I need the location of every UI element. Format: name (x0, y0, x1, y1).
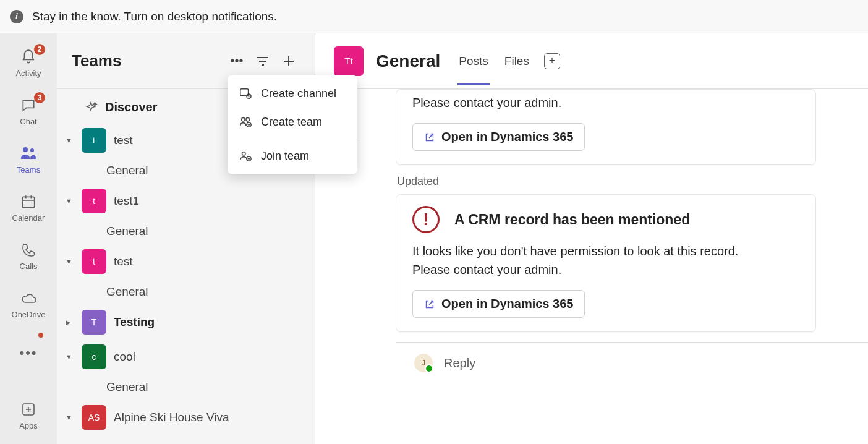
card-body-text: It looks like you don't have permission … (412, 242, 799, 279)
people-icon (20, 146, 37, 161)
plus-icon (283, 55, 295, 67)
create-team-icon (239, 115, 252, 129)
team-avatar: T (82, 310, 106, 335)
rail-teams[interactable]: Teams (0, 135, 57, 183)
message-card: ! A CRM record has been mentioned It loo… (396, 194, 816, 332)
teams-add-button[interactable] (278, 50, 300, 72)
add-dropdown-menu: Create channel Create team Join team (228, 75, 357, 174)
menu-create-channel[interactable]: Create channel (228, 79, 357, 108)
team-avatar: t (82, 249, 106, 274)
app-rail: 2 Activity 3 Chat Teams Calendar (0, 33, 57, 444)
plus-icon: + (549, 54, 556, 67)
notification-bar: i Stay in the know. Turn on desktop noti… (0, 0, 868, 33)
activity-badge: 2 (34, 44, 45, 55)
rail-more[interactable]: ••• (0, 330, 57, 378)
menu-join-team[interactable]: Join team (228, 142, 357, 170)
content-body: Please contact your admin. Open in Dynam… (315, 89, 868, 444)
channel-avatar: Tt (334, 46, 364, 76)
menu-separator (228, 139, 357, 139)
rail-chat[interactable]: 3 Chat (0, 87, 57, 135)
menu-join-team-label: Join team (261, 150, 309, 163)
team-name: cool (114, 350, 135, 364)
reply-avatar: J (414, 354, 433, 372)
channel-row[interactable]: General (62, 218, 310, 244)
calendar-icon (20, 194, 36, 210)
teams-more-button[interactable]: ••• (226, 50, 248, 72)
team-avatar: AS (82, 405, 106, 430)
apps-icon (21, 402, 36, 417)
team-name: Testing (114, 315, 155, 329)
channel-row[interactable]: General (62, 374, 310, 400)
chat-badge: 3 (34, 92, 45, 103)
chevron-right-icon: ▶ (66, 318, 74, 327)
rail-teams-label: Teams (17, 165, 40, 174)
team-avatar: t (82, 189, 106, 213)
svg-rect-2 (22, 197, 35, 207)
channel-row[interactable]: General (62, 279, 310, 305)
rail-onedrive[interactable]: OneDrive (0, 280, 57, 328)
chevron-down-icon: ▼ (66, 353, 74, 361)
rail-apps[interactable]: Apps (0, 391, 57, 439)
channel-title: General (376, 51, 440, 71)
open-dynamics-button[interactable]: Open in Dynamics 365 (412, 290, 585, 318)
content-area: Tt General Posts Files + Please contact … (315, 33, 868, 444)
team-avatar: t (82, 128, 106, 153)
discover-label: Discover (105, 100, 158, 114)
more-icon: ••• (19, 344, 38, 362)
svg-point-0 (23, 147, 28, 152)
notification-text: Stay in the know. Turn on desktop notifi… (32, 10, 277, 23)
chevron-down-icon: ▼ (66, 197, 74, 205)
team-name: test (114, 255, 133, 268)
rail-onedrive-label: OneDrive (12, 310, 46, 319)
team-row[interactable]: ▼ttest (62, 244, 310, 279)
open-dynamics-label: Open in Dynamics 365 (441, 130, 573, 144)
chevron-down-icon: ▼ (66, 258, 74, 265)
teams-filter-button[interactable] (252, 50, 274, 72)
reply-label: Reply (444, 356, 475, 370)
team-name: test (114, 134, 133, 147)
rail-calls-label: Calls (20, 262, 38, 271)
rail-activity-label: Activity (15, 69, 41, 78)
rail-calendar-label: Calendar (12, 213, 45, 223)
menu-create-channel-label: Create channel (261, 87, 336, 100)
channel-tabs: Posts Files + (457, 37, 560, 85)
external-link-icon (424, 132, 435, 143)
message-card: Please contact your admin. Open in Dynam… (396, 89, 816, 165)
team-name: test1 (114, 194, 139, 208)
card-body-text: Please contact your admin. (412, 93, 799, 112)
svg-point-1 (30, 148, 34, 152)
menu-create-team-label: Create team (261, 116, 322, 129)
svg-point-7 (246, 118, 250, 122)
filter-icon (257, 56, 269, 66)
rail-chat-label: Chat (20, 117, 36, 126)
team-row[interactable]: ▼ttest1 (62, 184, 310, 218)
open-dynamics-label: Open in Dynamics 365 (441, 297, 573, 311)
join-team-icon (239, 149, 252, 163)
rail-calls[interactable]: Calls (0, 231, 57, 280)
tab-posts[interactable]: Posts (457, 37, 490, 85)
teams-panel: Teams ••• Create channel Create team Joi… (57, 33, 315, 444)
create-channel-icon (239, 87, 252, 100)
team-row[interactable]: ▼ccool (62, 339, 310, 374)
chevron-down-icon: ▼ (66, 414, 74, 421)
chevron-down-icon: ▼ (66, 137, 74, 144)
svg-point-9 (242, 152, 246, 156)
team-row[interactable]: ▼ASAlpine Ski House Viva (62, 400, 310, 435)
team-row[interactable]: ▶TTesting (62, 305, 310, 339)
phone-icon (21, 242, 36, 257)
add-tab-button[interactable]: + (544, 53, 560, 69)
open-dynamics-button[interactable]: Open in Dynamics 365 (412, 123, 585, 151)
content-header: Tt General Posts Files + (315, 33, 868, 89)
tab-files[interactable]: Files (503, 37, 530, 85)
menu-create-team[interactable]: Create team (228, 108, 357, 136)
svg-point-6 (242, 118, 245, 122)
warning-icon: ! (412, 206, 440, 233)
reply-row[interactable]: J Reply (396, 342, 868, 383)
info-icon: i (10, 10, 23, 23)
card-title: A CRM record has been mentioned (454, 211, 690, 228)
cloud-icon (20, 292, 37, 304)
rail-calendar[interactable]: Calendar (0, 183, 57, 231)
rail-activity[interactable]: 2 Activity (0, 38, 57, 87)
more-notification-dot (38, 333, 43, 338)
rail-apps-label: Apps (19, 421, 38, 430)
